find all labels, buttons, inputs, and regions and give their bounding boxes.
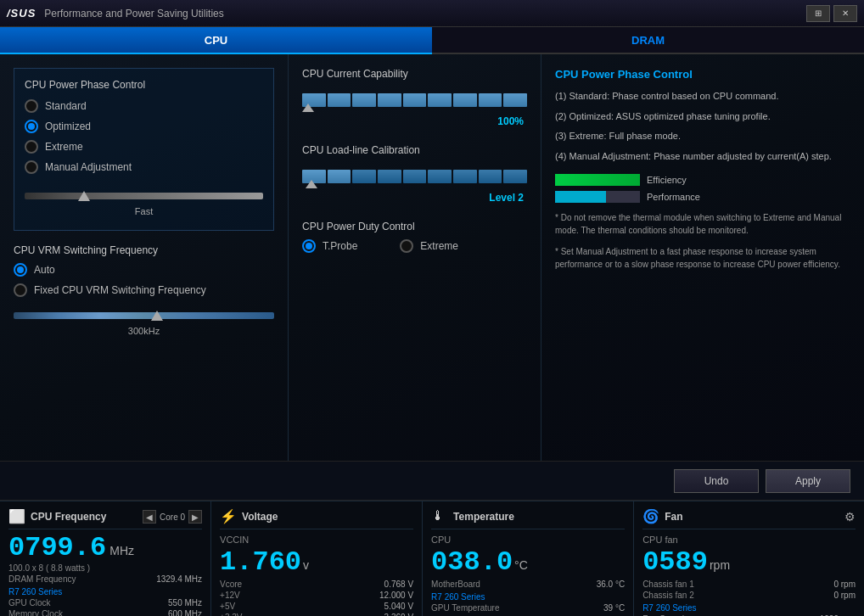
- dram-freq-row: DRAM Frequency 1329.4 MHz: [8, 574, 202, 584]
- window-controls: ⊞ ✕: [806, 5, 857, 22]
- main-tabs: CPU DRAM: [0, 27, 864, 54]
- phase-radio-standard[interactable]: [25, 99, 38, 113]
- vrm-title: CPU VRM Switching Frequency: [14, 244, 274, 256]
- duty-radio-extreme[interactable]: [400, 239, 413, 253]
- grid-button[interactable]: ⊞: [806, 5, 830, 22]
- voltage-unit: v: [303, 558, 309, 572]
- phase-option-extreme[interactable]: Extreme: [25, 140, 263, 154]
- vrm-slider-bg: [14, 312, 274, 319]
- legend-efficiency: Efficiency: [555, 174, 850, 186]
- loadline-bar: [302, 170, 527, 183]
- current-capability-thumb[interactable]: [302, 104, 314, 112]
- phase-radio-manual[interactable]: [25, 160, 38, 174]
- phase-option-optimized[interactable]: Optimized: [25, 120, 263, 133]
- efficiency-label: Efficiency: [647, 175, 687, 185]
- fan-icon: 🌀: [642, 508, 659, 525]
- note-2: * Set Manual Adjustment to a fast phase …: [555, 245, 850, 271]
- right-panel-title: CPU Power Phase Control: [555, 68, 850, 81]
- cpu-freq-next[interactable]: ▶: [188, 510, 202, 524]
- vrm-slider-track[interactable]: [14, 307, 274, 324]
- loadline-slider[interactable]: [302, 163, 527, 188]
- settings-gear[interactable]: ⚙: [844, 509, 856, 524]
- note-1: * Do not remove the thermal module when …: [555, 211, 850, 237]
- phase-option-standard[interactable]: Standard: [25, 99, 263, 113]
- mem-clock-row: Memory Clock 600 MHz: [8, 609, 202, 616]
- undo-button[interactable]: Undo: [674, 469, 759, 493]
- content-area: CPU Power Phase Control Standard Optimiz…: [0, 54, 864, 462]
- current-capability-value: 100%: [302, 115, 527, 127]
- vrm-radio-auto[interactable]: [14, 263, 27, 277]
- temp-unit: °C: [514, 558, 528, 572]
- duty-radio-tprobe[interactable]: [302, 239, 316, 253]
- close-button[interactable]: ✕: [833, 5, 857, 22]
- app-title: Performance and Power Saving Utilities: [44, 8, 806, 20]
- tab-dram[interactable]: DRAM: [432, 27, 864, 54]
- phase-slider-thumb[interactable]: [78, 191, 90, 201]
- apply-button[interactable]: Apply: [766, 469, 850, 493]
- legend-performance: Performance: [555, 191, 850, 203]
- right-desc-4: (4) Manual Adjustment: Phase number adju…: [555, 149, 850, 165]
- right-desc-1: (1) Standard: Phase control based on CPU…: [555, 89, 850, 104]
- fan-header: 🌀 Fan ⚙: [642, 508, 856, 529]
- 12v-row: +12V 12.000 V: [220, 591, 413, 600]
- vccin-label: VCCIN: [220, 535, 413, 545]
- temperature-panel: 🌡 Temperature CPU 038.0 °C MotherBoard 3…: [423, 501, 634, 616]
- phase-slider-container[interactable]: Fast: [25, 184, 263, 220]
- gpu-temp-row: GPU Temperature 39 °C: [431, 603, 625, 613]
- vrm-slider-label: 300kHz: [14, 326, 274, 336]
- asus-logo: /SUS: [7, 7, 36, 20]
- 5v-row: +5V 5.040 V: [220, 602, 413, 611]
- cpu-freq-panel: ⬜ CPU Frequency ◀ Core 0 ▶ 0799.6 MHz 10…: [0, 501, 211, 616]
- cpu-series-link[interactable]: R7 260 Series: [8, 587, 202, 596]
- temp-title: Temperature: [453, 511, 514, 523]
- duty-control-title: CPU Power Duty Control: [302, 221, 527, 232]
- vrm-radio-fixed[interactable]: [14, 283, 27, 297]
- cpu-freq-nav: ◀ Core 0 ▶: [143, 510, 202, 524]
- phase-slider-track[interactable]: [25, 188, 263, 204]
- gear-icon[interactable]: ⚙: [844, 510, 856, 524]
- legend-section: Efficiency Performance: [555, 174, 850, 203]
- cpu-freq-core: Core 0: [160, 512, 185, 522]
- temp-series-link[interactable]: R7 260 Series: [431, 592, 625, 602]
- fan-panel: 🌀 Fan ⚙ CPU fan 0589 rpm Chassis fan 1 0…: [634, 501, 864, 616]
- right-desc-3: (3) Extreme: Full phase mode.: [555, 129, 850, 144]
- loadline-thumb[interactable]: [306, 180, 317, 188]
- cpu-freq-sub: 100.0 x 8 ( 8.8 watts ): [8, 563, 202, 573]
- vrm-option-fixed[interactable]: Fixed CPU VRM Switching Frequency: [14, 283, 274, 297]
- 33v-row: +3.3V 3.360 V: [220, 613, 413, 616]
- loadline-value: Level 2: [302, 192, 527, 204]
- voltage-panel: ⚡ Voltage VCCIN 1.760 v Vcore 0.768 V +1…: [211, 501, 423, 616]
- cpu-freq-title: CPU Frequency: [31, 511, 106, 523]
- temp-value: 038.0: [431, 546, 513, 578]
- loadline-title: CPU Load-line Calibration: [302, 144, 527, 156]
- dram-freq-label: DRAM Frequency: [8, 574, 76, 584]
- temp-header: 🌡 Temperature: [431, 508, 625, 529]
- vrm-option-auto[interactable]: Auto: [14, 263, 274, 277]
- voltage-header: ⚡ Voltage: [220, 508, 413, 529]
- voltage-title: Voltage: [242, 511, 278, 523]
- voltage-value: 1.760: [220, 546, 301, 578]
- left-panel: CPU Power Phase Control Standard Optimiz…: [0, 54, 289, 461]
- phase-control-box: CPU Power Phase Control Standard Optimiz…: [14, 68, 274, 231]
- current-capability-bar: [302, 93, 527, 107]
- right-desc-2: (2) Optimized: ASUS optimized phase tuni…: [555, 109, 850, 125]
- fan-unit: rpm: [710, 558, 730, 572]
- duty-option-extreme[interactable]: Extreme: [400, 239, 458, 253]
- middle-panel: CPU Current Capability 100% CPU: [289, 54, 541, 461]
- cpu-freq-prev[interactable]: ◀: [143, 510, 156, 524]
- title-bar: /SUS Performance and Power Saving Utilit…: [0, 0, 864, 27]
- voltage-icon: ⚡: [220, 508, 237, 525]
- efficiency-bar: [555, 174, 640, 186]
- vrm-slider-thumb[interactable]: [151, 311, 163, 321]
- tab-cpu[interactable]: CPU: [0, 27, 432, 54]
- dram-freq-val: 1329.4 MHz: [156, 574, 202, 584]
- fan-series-link[interactable]: R7 260 Series: [642, 603, 856, 613]
- performance-label: Performance: [647, 192, 700, 202]
- phase-option-manual[interactable]: Manual Adjustment: [25, 160, 263, 174]
- current-capability-slider[interactable]: [302, 87, 527, 112]
- duty-option-tprobe[interactable]: T.Probe: [302, 239, 357, 253]
- phase-radio-extreme[interactable]: [25, 140, 38, 154]
- vrm-slider-section[interactable]: 300kHz: [14, 307, 274, 336]
- phase-radio-optimized[interactable]: [25, 120, 38, 133]
- gpu-clock-row: GPU Clock 550 MHz: [8, 598, 202, 608]
